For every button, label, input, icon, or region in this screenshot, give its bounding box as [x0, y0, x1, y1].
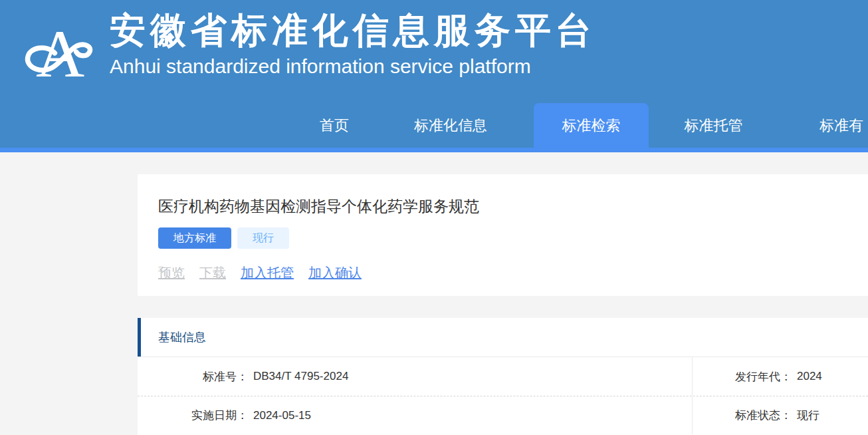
basic-info-card: 基础信息 标准号： DB34/T 4795-2024 发行年代： 2024 实施…	[138, 318, 868, 435]
platform-logo-icon: A	[23, 13, 95, 92]
action-row: 预览 下载 加入托管 加入确认	[158, 264, 868, 282]
site-header: A 安徽省标准化信息服务平台 Anhui standardized inform…	[0, 0, 868, 148]
nav-item-home[interactable]: 首页	[288, 103, 381, 148]
field-value: 2024-05-15	[253, 409, 311, 422]
badge-row: 地方标准 现行	[158, 227, 868, 249]
cell-implementation-date: 实施日期： 2024-05-15	[138, 396, 692, 434]
section-accent-bar	[138, 318, 141, 357]
field-label: 标准号：	[138, 369, 248, 384]
add-to-hosting-link[interactable]: 加入托管	[241, 264, 294, 282]
field-value: 现行	[797, 408, 819, 423]
basic-info-header: 基础信息	[138, 318, 868, 357]
field-value: 2024	[797, 370, 822, 383]
nav-item-standardization-info[interactable]: 标准化信息	[381, 103, 520, 148]
badge-standard-status: 现行	[237, 227, 289, 249]
cell-publish-year: 发行年代： 2024	[692, 357, 868, 396]
table-row: 标准号： DB34/T 4795-2024 发行年代： 2024	[138, 357, 868, 396]
cell-standard-number: 标准号： DB34/T 4795-2024	[138, 357, 692, 396]
cell-standard-status: 标准状态： 现行	[692, 396, 868, 434]
download-link[interactable]: 下载	[199, 264, 226, 282]
add-to-confirm-link[interactable]: 加入确认	[308, 264, 362, 282]
nav-item-standard-hosting[interactable]: 标准托管	[649, 103, 778, 148]
nav-item-standard-valid[interactable]: 标准有	[778, 103, 868, 148]
standard-title: 医疗机构药物基因检测指导个体化药学服务规范	[158, 196, 868, 216]
site-brand[interactable]: A 安徽省标准化信息服务平台 Anhui standardized inform…	[23, 9, 596, 92]
nav-item-standard-search[interactable]: 标准检索	[534, 103, 649, 148]
nav-accent-strip	[0, 148, 868, 152]
brand-text: 安徽省标准化信息服务平台 Anhui standardized informat…	[110, 9, 596, 78]
basic-info-title: 基础信息	[158, 331, 206, 344]
field-value: DB34/T 4795-2024	[253, 370, 348, 383]
field-label: 实施日期：	[138, 408, 248, 423]
main-content: 医疗机构药物基因检测指导个体化药学服务规范 地方标准 现行 预览 下载 加入托管…	[0, 174, 868, 435]
standard-summary-card: 医疗机构药物基因检测指导个体化药学服务规范 地方标准 现行 预览 下载 加入托管…	[138, 174, 868, 296]
preview-link[interactable]: 预览	[158, 264, 185, 282]
table-row: 实施日期： 2024-05-15 标准状态： 现行	[138, 396, 868, 434]
site-title-en: Anhui standardized information service p…	[110, 55, 596, 78]
field-label: 标准状态：	[693, 408, 792, 423]
site-title-zh: 安徽省标准化信息服务平台	[110, 9, 596, 51]
badge-standard-type: 地方标准	[158, 227, 231, 249]
field-label: 发行年代：	[693, 369, 792, 384]
main-nav: 首页 标准化信息 标准检索 标准托管 标准有	[288, 103, 868, 148]
